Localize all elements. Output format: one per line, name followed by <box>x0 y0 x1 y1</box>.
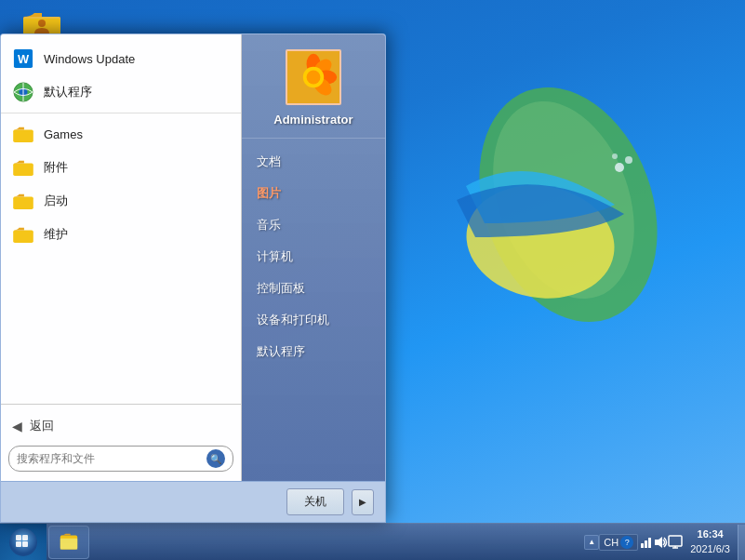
start-menu-left: W Windows Update <box>1 34 242 481</box>
right-item-default-programs-right[interactable]: 默认程序 <box>242 336 385 367</box>
svg-point-4 <box>625 156 632 164</box>
startup-folder-icon <box>12 190 34 212</box>
action-center-icon[interactable] <box>668 535 683 550</box>
windows-logo <box>392 56 671 335</box>
system-clock[interactable]: 16:34 2021/6/3 <box>683 527 738 556</box>
search-button[interactable]: 🔍 <box>206 449 225 468</box>
right-item-documents[interactable]: 文档 <box>242 146 385 178</box>
search-icon: 🔍 <box>210 454 221 464</box>
svg-text:W: W <box>18 52 30 66</box>
user-section: Administrator <box>242 34 385 139</box>
start-item-windows-update[interactable]: W Windows Update <box>1 42 241 75</box>
games-label: Games <box>44 127 83 141</box>
expand-icon: ▲ <box>588 538 595 546</box>
svg-point-3 <box>615 163 624 172</box>
taskbar-explorer-button[interactable] <box>48 526 89 559</box>
right-item-control-panel[interactable]: 控制面板 <box>242 273 385 304</box>
right-item-computer[interactable]: 计算机 <box>242 241 385 273</box>
svg-rect-28 <box>22 535 28 540</box>
start-item-games[interactable]: Games <box>1 117 241 151</box>
start-item-maintenance[interactable]: 维护 <box>1 218 241 251</box>
shutdown-arrow-button[interactable]: ▶ <box>352 489 374 515</box>
svg-rect-37 <box>669 536 682 546</box>
svg-point-9 <box>38 20 46 27</box>
svg-point-5 <box>612 153 618 159</box>
svg-rect-29 <box>16 541 21 547</box>
svg-rect-15 <box>13 130 33 143</box>
start-menu-right: Administrator 文档 图片 音乐 计算机 <box>242 34 385 481</box>
windows-update-icon: W <box>12 47 34 70</box>
shutdown-arrow-icon: ▶ <box>359 497 366 507</box>
windows-orb-icon <box>8 527 38 557</box>
ime-label: CH <box>604 537 619 548</box>
taskbar-right: ▲ CH ? <box>584 524 745 561</box>
right-menu-items: 文档 图片 音乐 计算机 控制面板 设备和打印机 <box>242 139 385 481</box>
clock-date: 2021/6/3 <box>690 542 730 556</box>
explorer-icon <box>60 533 78 552</box>
startup-label: 启动 <box>44 193 68 209</box>
desktop: Administra... W Windows Update <box>0 0 745 560</box>
search-input[interactable] <box>17 452 203 465</box>
default-programs-label: 默认程序 <box>44 84 92 100</box>
ime-indicator[interactable]: CH ? <box>599 534 638 551</box>
svg-rect-18 <box>13 231 33 244</box>
show-desktop-button[interactable] <box>738 525 745 560</box>
windows-update-label: Windows Update <box>44 52 135 66</box>
svg-rect-17 <box>13 197 33 210</box>
right-item-pictures[interactable]: 图片 <box>242 178 385 209</box>
maintenance-folder-icon <box>12 223 34 246</box>
games-folder-icon <box>12 123 34 145</box>
start-menu-bottom: 关机 ▶ <box>1 481 385 522</box>
default-programs-icon <box>12 81 34 103</box>
start-item-default-programs[interactable]: 默认程序 <box>1 75 241 109</box>
svg-rect-30 <box>22 541 28 547</box>
clock-time: 16:34 <box>690 527 730 541</box>
shutdown-button[interactable]: 关机 <box>286 488 344 515</box>
svg-rect-35 <box>648 538 651 548</box>
start-item-accessories[interactable]: 附件 <box>1 151 241 184</box>
maintenance-label: 维护 <box>44 226 68 243</box>
svg-rect-16 <box>13 164 33 177</box>
volume-icon[interactable] <box>653 535 668 550</box>
svg-rect-27 <box>16 535 21 540</box>
separator-1 <box>1 113 241 113</box>
svg-marker-36 <box>655 537 662 548</box>
back-button[interactable]: ◀ 返回 <box>1 412 241 440</box>
svg-point-25 <box>306 71 320 85</box>
start-menu: W Windows Update <box>0 33 386 523</box>
start-menu-items: W Windows Update <box>1 34 241 404</box>
svg-rect-34 <box>645 540 647 548</box>
accessories-label: 附件 <box>44 159 68 176</box>
accessories-folder-icon <box>12 156 34 179</box>
right-item-devices-printers[interactable]: 设备和打印机 <box>242 304 385 336</box>
taskbar: ▲ CH ? <box>0 523 745 560</box>
user-name: Administrator <box>249 113 378 127</box>
svg-rect-32 <box>60 538 77 549</box>
start-item-startup[interactable]: 启动 <box>1 184 241 218</box>
network-icon[interactable] <box>638 535 653 550</box>
start-button[interactable] <box>0 524 47 561</box>
back-label: 返回 <box>30 418 54 434</box>
svg-rect-33 <box>641 543 644 548</box>
tray-expand-button[interactable]: ▲ <box>584 535 599 550</box>
ime-help-icon: ? <box>620 536 633 549</box>
right-item-music[interactable]: 音乐 <box>242 209 385 241</box>
search-bar[interactable]: 🔍 <box>8 446 233 472</box>
user-avatar <box>286 49 341 105</box>
start-menu-left-bottom: ◀ 返回 🔍 <box>1 404 241 481</box>
back-arrow-icon: ◀ <box>12 419 22 433</box>
